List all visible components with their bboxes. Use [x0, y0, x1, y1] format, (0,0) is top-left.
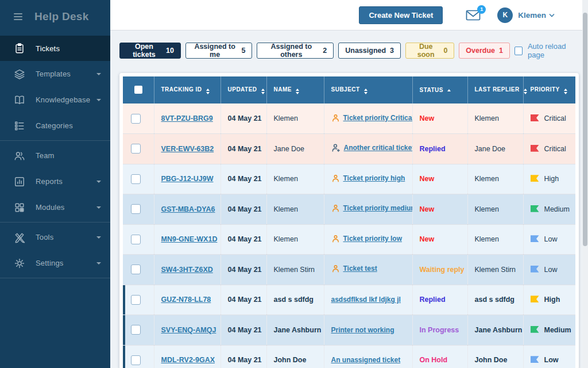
subject-cell: Printer not working — [324, 315, 412, 346]
last-replier-cell: Klemen Stirn — [467, 255, 523, 285]
status-cell: New — [412, 103, 467, 134]
column-header-priority[interactable]: PRIORITY — [523, 76, 575, 103]
app-title: Help Desk — [34, 10, 89, 23]
tracking-id-link[interactable]: SVY-ENQ-AMQJ — [161, 326, 216, 334]
caret-down-icon — [96, 206, 101, 209]
sidebar-item-categories[interactable]: Categories — [0, 113, 110, 139]
filter-assigned-to-me[interactable]: Assigned to me5 — [185, 43, 252, 59]
sidebar-item-label: Tools — [36, 233, 96, 241]
sidebar-item-tickets[interactable]: Tickets — [0, 36, 110, 61]
row-checkbox[interactable] — [131, 204, 141, 214]
row-select-cell — [123, 345, 154, 368]
list-icon — [14, 120, 25, 132]
column-header-tracking-id[interactable]: TRACKING ID — [154, 76, 220, 103]
name-cell: John Doe — [266, 345, 324, 368]
sort-icon — [296, 89, 299, 94]
filter-open-tickets[interactable]: Open tickets10 — [119, 43, 181, 59]
tracking-id-link[interactable]: MDL-RV2-9GAX — [161, 356, 215, 364]
caret-down-icon — [96, 181, 101, 183]
select-all-checkbox[interactable] — [134, 86, 142, 94]
sidebar-item-knowledgebase[interactable]: Knowledgebase — [0, 87, 110, 113]
status-badge: On Hold — [420, 356, 448, 364]
caret-down-icon — [96, 99, 101, 101]
sidebar-item-templates[interactable]: Templates — [0, 61, 110, 87]
tracking-id-link[interactable]: SW4-3HT-Z6XD — [161, 266, 213, 274]
column-header-name[interactable]: NAME — [266, 76, 324, 103]
priority-flag-icon — [531, 235, 539, 242]
create-new-ticket-button[interactable]: Create New Ticket — [359, 6, 443, 24]
subject-link[interactable]: Another critical ticket — [344, 144, 413, 152]
sidebar-item-settings[interactable]: Settings — [0, 250, 110, 276]
grid-icon — [14, 202, 25, 213]
updated-cell: 04 May 21 — [220, 315, 266, 346]
avatar[interactable]: K — [497, 7, 513, 23]
chevron-down-icon[interactable] — [549, 13, 555, 17]
subject-cell: asdsdflksd lkf ldjkg jl — [324, 285, 412, 315]
subject-link[interactable]: Ticket priority Critical — [343, 114, 413, 122]
tracking-id-link[interactable]: PBG-J12-UJ9W — [161, 175, 214, 183]
sort-icon — [206, 89, 210, 94]
subject-link[interactable]: Ticket priority high — [343, 174, 405, 182]
subject-cell: An unassigned ticket — [324, 345, 412, 368]
clipboard-icon — [14, 43, 25, 54]
status-cell: In Progress — [412, 315, 467, 346]
status-cell: Replied — [412, 134, 467, 164]
filter-due-soon[interactable]: Due soon0 — [405, 43, 454, 59]
filter-assigned-to-others[interactable]: Assigned to others2 — [257, 43, 334, 59]
subject-link[interactable]: Ticket test — [343, 264, 377, 273]
sort-icon — [564, 89, 567, 94]
row-select-cell — [123, 103, 154, 134]
sidebar-item-modules[interactable]: Modules — [0, 194, 110, 220]
priority-flag-icon — [531, 114, 539, 121]
auto-reload-checkbox[interactable] — [514, 47, 523, 55]
sidebar-item-tools[interactable]: Tools — [0, 224, 110, 250]
filter-unassigned[interactable]: Unassigned3 — [338, 43, 401, 59]
priority-cell: High — [523, 285, 575, 315]
sidebar-header: Help Desk — [0, 0, 110, 33]
row-checkbox[interactable] — [131, 355, 141, 365]
row-checkbox[interactable] — [131, 295, 141, 305]
scrollbar-thumb[interactable] — [583, 13, 587, 246]
column-header-subject[interactable]: SUBJECT — [324, 76, 412, 103]
row-checkbox[interactable] — [131, 235, 141, 244]
subject-cell: Ticket priority Critical — [324, 103, 412, 134]
column-header-last-replier[interactable]: LAST REPLIER — [467, 76, 523, 103]
status-cell: New — [412, 224, 467, 255]
subject-link[interactable]: Printer not working — [331, 326, 394, 334]
select-all-header — [123, 76, 154, 103]
table-row: MDL-RV2-9GAX04 May 21John DoeAn unassign… — [123, 345, 575, 368]
column-header-status[interactable]: STATUS — [412, 76, 467, 103]
user-menu[interactable]: Klemen — [518, 11, 546, 20]
mail-icon[interactable]: 1 — [466, 9, 481, 21]
tracking-id-link[interactable]: VER-EWV-63B2 — [161, 145, 214, 153]
column-header-updated[interactable]: UPDATED — [220, 76, 266, 103]
scrollbar[interactable] — [582, 0, 588, 368]
row-checkbox[interactable] — [131, 264, 141, 274]
tracking-id-link[interactable]: GUZ-N78-LL78 — [161, 296, 211, 304]
subject-link[interactable]: asdsdflksd lkf ldjkg jl — [331, 296, 401, 304]
auto-reload-toggle[interactable]: Auto reload page — [514, 42, 580, 59]
tracking-id-link[interactable]: GST-MBA-DYA6 — [161, 205, 215, 213]
sidebar-item-reports[interactable]: Reports — [0, 168, 110, 194]
sidebar-item-label: Reports — [36, 177, 96, 186]
status-badge: New — [420, 205, 435, 213]
row-checkbox[interactable] — [131, 325, 141, 335]
subject-link[interactable]: An unassigned ticket — [331, 356, 401, 364]
sidebar-item-team[interactable]: Team — [0, 143, 110, 168]
row-checkbox[interactable] — [131, 174, 141, 184]
row-checkbox[interactable] — [131, 114, 141, 124]
subject-link[interactable]: Ticket priority low — [343, 235, 402, 243]
status-badge: New — [420, 114, 435, 122]
priority-cell: Critical — [523, 103, 575, 134]
name-cell: Klemen Stirn — [266, 255, 324, 285]
tracking-id-link[interactable]: 8VT-PZU-BRG9 — [161, 114, 213, 122]
subject-cell: Ticket priority high — [324, 164, 412, 194]
status-badge: New — [420, 175, 435, 183]
tracking-id-link[interactable]: MN9-GNE-WX1D — [161, 235, 218, 243]
subject-link[interactable]: Ticket priority medium — [343, 204, 413, 212]
name-cell: Klemen — [266, 194, 324, 225]
filter-overdue[interactable]: Overdue1 — [459, 43, 510, 59]
menu-toggle-icon[interactable] — [14, 13, 22, 20]
row-checkbox[interactable] — [131, 144, 141, 154]
caret-down-icon — [96, 262, 101, 264]
